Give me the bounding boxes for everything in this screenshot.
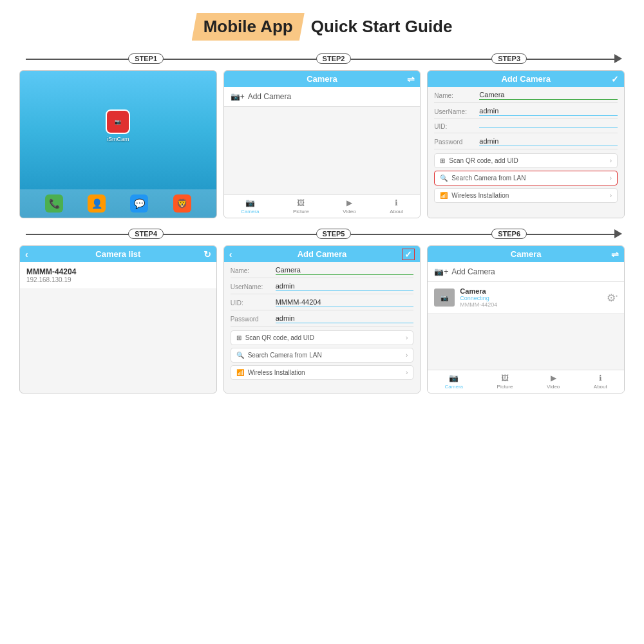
step5-screen: ‹ Add Camera ✓ Name: Camera UserName: ad… [223,245,421,393]
step6-add-label: Add Camera [451,267,495,276]
step6-footer-about-icon: ℹ [599,374,602,383]
step6-footer-video[interactable]: ▶ Video [547,374,560,390]
step6-header: Camera ⇌ [428,246,624,262]
step6-camera-name: Camera [460,287,601,295]
step6-header-icon: ⇌ [611,249,619,260]
wireless-arrow: › [610,192,612,199]
step5-uid-row: UID: MMMM-44204 [231,298,414,310]
step5-name-value: Camera [276,266,414,275]
step6-footer-camera[interactable]: 📷 Camera [445,374,463,390]
footer-about-icon: ℹ [395,198,398,207]
footer-about[interactable]: ℹ About [390,198,403,214]
step6-camera-row[interactable]: 📷 Camera Connecting MMMM-44204 ⚙▪ [428,282,624,314]
password-row: Password admin [434,137,618,149]
step6-camera-status: Connecting [460,295,601,301]
step5-qr-icon: ⊞ [236,334,242,341]
step5-username-value: admin [276,282,414,291]
wireless-label: Wireless Installation [451,192,509,199]
uid-value [479,126,618,128]
step2-screen: Camera ⇌ 📷+ Add Camera 📷 Camera 🖼 Pictur… [223,70,421,218]
camera-name: MMMM-44204 [26,267,210,276]
step2-header-label: Camera [307,74,337,84]
footer-camera-icon: 📷 [245,198,255,207]
step5-wireless-btn[interactable]: 📶 Wireless Installation › [231,365,414,380]
step5-scan-qr-btn[interactable]: ⊞ Scan QR code, add UID › [231,330,414,345]
arrow-right-top [614,54,622,63]
step5-badge: STEP5 [316,229,352,239]
dock-contacts-icon: 👤 [88,194,106,213]
step4-header: ‹ Camera list ↻ [20,246,216,262]
wifi-icon: 📶 [440,192,448,199]
step5-scan-arrow: › [406,334,408,341]
app-icon-area: 📷 iSmCam [106,109,130,142]
step6-camera-uid: MMMM-44204 [460,301,601,308]
step5-search-icon: 🔍 [236,352,244,359]
step6-add-camera-btn[interactable]: 📷+ Add Camera [428,262,624,282]
uid-label: UID: [434,123,479,130]
dock-chat-icon: 💬 [130,194,148,213]
step5-header: ‹ Add Camera ✓ [224,246,421,262]
footer-picture[interactable]: 🖼 Picture [293,198,309,214]
wireless-btn[interactable]: 📶 Wireless Installation › [434,188,618,203]
step6-footer-picture[interactable]: 🖼 Picture [497,374,513,390]
uid-row: UID: [434,123,618,133]
search-lan-arrow: › [610,175,612,182]
camera-thumbnail: 📷 [434,289,455,307]
search-lan-label: Search Camera from LAN [451,175,526,182]
step4-badge: STEP4 [128,229,164,239]
step6-footer-picture-label: Picture [497,384,513,390]
step5-password-label: Password [231,316,276,323]
step6-footer-video-icon: ▶ [551,374,556,383]
camera-list-item[interactable]: MMMM-44204 192.168.130.19 [20,262,216,289]
footer-picture-icon: 🖼 [297,198,305,207]
scan-qr-label: Scan QR code, add UID [449,157,518,164]
step2-add-camera-btn[interactable]: 📷+ Add Camera [224,87,421,107]
step3-screen: Add Camera ✓ Name: Camera UserName: admi… [427,70,625,218]
footer-camera[interactable]: 📷 Camera [241,198,259,214]
mobile-app-label: Mobile App [192,13,305,41]
dock-phone-icon: 📞 [45,194,63,213]
step5-search-lan-btn[interactable]: 🔍 Search Camera from LAN › [231,348,414,363]
step6-footer-about[interactable]: ℹ About [594,374,607,390]
step5-password-value: admin [276,314,414,323]
arrow-right-bottom [614,229,622,238]
step5-scan-qr-label: Scan QR code, add UID [245,334,314,341]
name-label: Name: [434,92,479,99]
username-label: UserName: [434,108,479,115]
step6-footer-camera-icon: 📷 [449,374,459,383]
camera-ip: 192.168.130.19 [26,276,210,283]
step5-uid-label: UID: [231,299,276,307]
search-lan-btn[interactable]: 🔍 Search Camera from LAN › [434,171,618,185]
step4-screen: ‹ Camera list ↻ MMMM-44204 192.168.130.1… [19,245,217,393]
step6-footer-picture-icon: 🖼 [501,374,509,383]
app-icon-label: iSmCam [107,136,129,142]
camera-thumb-icon: 📷 [440,294,448,301]
step6-footer: 📷 Camera 🖼 Picture ▶ Video ℹ About [428,370,624,393]
step5-wireless-arrow: › [406,369,408,376]
footer-picture-label: Picture [293,209,309,214]
step5-form: Name: Camera UserName: admin UID: MMMM-4… [224,262,421,393]
password-label: Password [434,138,479,146]
step2-header-icon: ⇌ [407,74,415,84]
step5-wireless-label: Wireless Installation [248,369,305,376]
step4-header-label: Camera list [95,249,140,259]
step6-header-label: Camera [511,249,542,259]
footer-video[interactable]: ▶ Video [343,198,355,214]
scan-qr-btn[interactable]: ⊞ Scan QR code, add UID › [434,153,618,168]
name-row: Name: Camera [434,91,618,103]
step6-badge: STEP6 [491,229,527,239]
step5-username-row: UserName: admin [231,282,414,294]
step5-name-row: Name: Camera [231,266,414,278]
step6-settings-icon[interactable]: ⚙▪ [607,292,618,304]
camera-info: Camera Connecting MMMM-44204 [460,287,601,308]
footer-video-label: Video [343,209,355,214]
username-row: UserName: admin [434,107,618,119]
step5-search-lan-label: Search Camera from LAN [248,352,322,359]
bottom-screens-row: ‹ Camera list ↻ MMMM-44204 192.168.130.1… [19,245,625,393]
username-value: admin [479,107,618,116]
add-camera-label: Add Camera [248,92,291,101]
step6-footer-camera-label: Camera [445,384,463,390]
step6-screen: Camera ⇌ 📷+ Add Camera 📷 Camera Connecti… [427,245,625,393]
step5-username-label: UserName: [231,283,276,290]
app-icon: 📷 [106,109,130,134]
